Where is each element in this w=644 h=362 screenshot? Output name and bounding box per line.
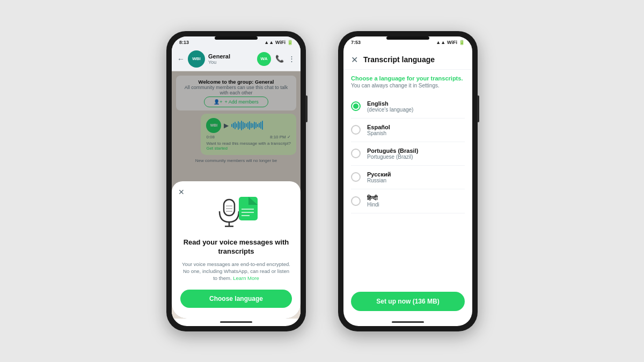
status-icons-2: ▲▲ WiFi 🔋 (436, 40, 465, 45)
header-icons: WA 📞 ⋮ (257, 52, 295, 66)
signal-icon: ▲▲ (264, 40, 274, 45)
language-name: Português (Brasil) (367, 147, 418, 154)
phone-1: 8:13 ▲▲ WiFi 🔋 ← WBI General You WA 📞 ⋮ (166, 31, 306, 331)
volume-button-2 (477, 95, 479, 122)
language-name: Русский (367, 171, 391, 178)
language-option[interactable]: हिन्दीHindi (351, 189, 465, 213)
language-option[interactable]: English(device's language) (351, 95, 465, 119)
wifi-icon: WiFi (275, 40, 286, 45)
sheet-illustration (180, 194, 292, 232)
chat-name: General (208, 53, 254, 60)
language-text: Português (Brasil)Portuguese (Brazil) (367, 147, 418, 160)
language-text: English(device's language) (367, 100, 413, 113)
choose-language-button[interactable]: Choose language (180, 290, 292, 308)
language-text: EspañolSpanish (367, 124, 390, 136)
transcript-header: ✕ Transcript language (343, 47, 472, 70)
transcript-body: Choose a language for your transcripts. … (343, 70, 472, 286)
chat-body: Welcome to the group: General All commun… (172, 71, 301, 319)
battery-icon: 🔋 (287, 40, 293, 45)
phone-notch (215, 36, 258, 40)
home-bar-2 (392, 321, 424, 323)
phone-notch-2 (386, 36, 429, 40)
sheet-description: Your voice messages are end-to-end encry… (180, 261, 292, 282)
signal-icon-2: ▲▲ (436, 40, 445, 45)
wa-icon: WA (257, 52, 271, 66)
language-native-name: Russian (367, 178, 391, 183)
radio-button (351, 149, 361, 158)
status-time-2: 7:53 (351, 40, 361, 45)
language-options-list: English(device's language)EspañolSpanish… (351, 95, 465, 213)
language-option[interactable]: EspañolSpanish (351, 119, 465, 142)
language-option[interactable]: Português (Brasil)Portuguese (Brazil) (351, 142, 465, 166)
language-native-name: Portuguese (Brazil) (367, 154, 418, 160)
home-bar (220, 321, 252, 323)
language-native-name: Spanish (367, 130, 390, 136)
language-native-name: (device's language) (367, 107, 413, 113)
home-indicator-1 (172, 319, 301, 326)
call-icon[interactable]: 📞 (275, 55, 284, 63)
back-button[interactable]: ← (177, 55, 185, 63)
choose-language-sublabel: You can always change it in Settings. (351, 83, 465, 88)
battery-icon-2: 🔋 (459, 40, 465, 45)
language-native-name: Hindi (367, 202, 379, 208)
language-text: РусскийRussian (367, 171, 391, 183)
language-name: English (367, 100, 413, 107)
setup-now-button[interactable]: Set up now (136 MB) (351, 292, 465, 311)
phone-2: 7:53 ▲▲ WiFi 🔋 ✕ Transcript language Cho… (338, 31, 478, 331)
transcript-footer: Set up now (136 MB) (343, 286, 472, 319)
chat-title-area: General You (208, 53, 254, 65)
language-name: हिन्दी (367, 195, 379, 202)
sheet-title: Read your voice messages with transcript… (180, 238, 292, 256)
language-option[interactable]: РусскийRussian (351, 166, 465, 189)
chat-header: ← WBI General You WA 📞 ⋮ (172, 47, 301, 71)
volume-button (305, 95, 308, 122)
chat-subtitle: You (208, 60, 254, 65)
radio-button (351, 196, 361, 206)
learn-more-link[interactable]: Learn More (233, 275, 259, 281)
group-avatar: WBI (188, 50, 205, 68)
illustration-svg (212, 194, 260, 232)
language-text: हिन्दीHindi (367, 195, 379, 208)
status-time-1: 8:13 (179, 40, 189, 45)
transcript-close-button[interactable]: ✕ (351, 55, 358, 65)
voice-transcript-sheet: ✕ (172, 181, 301, 319)
choose-language-label: Choose a language for your transcripts. (351, 75, 465, 82)
more-icon[interactable]: ⋮ (288, 55, 295, 63)
svg-rect-0 (224, 200, 235, 216)
home-indicator-2 (343, 319, 472, 326)
radio-button (351, 101, 361, 111)
transcript-title: Transcript language (363, 55, 465, 64)
language-name: Español (367, 124, 390, 130)
wifi-icon-2: WiFi (447, 40, 457, 45)
sheet-close-button[interactable]: ✕ (178, 188, 185, 196)
phone-1-screen: 8:13 ▲▲ WiFi 🔋 ← WBI General You WA 📞 ⋮ (172, 36, 301, 326)
phone-2-screen: 7:53 ▲▲ WiFi 🔋 ✕ Transcript language Cho… (343, 36, 472, 326)
radio-button (351, 125, 361, 135)
radio-button (351, 172, 361, 182)
status-icons-1: ▲▲ WiFi 🔋 (264, 40, 293, 45)
